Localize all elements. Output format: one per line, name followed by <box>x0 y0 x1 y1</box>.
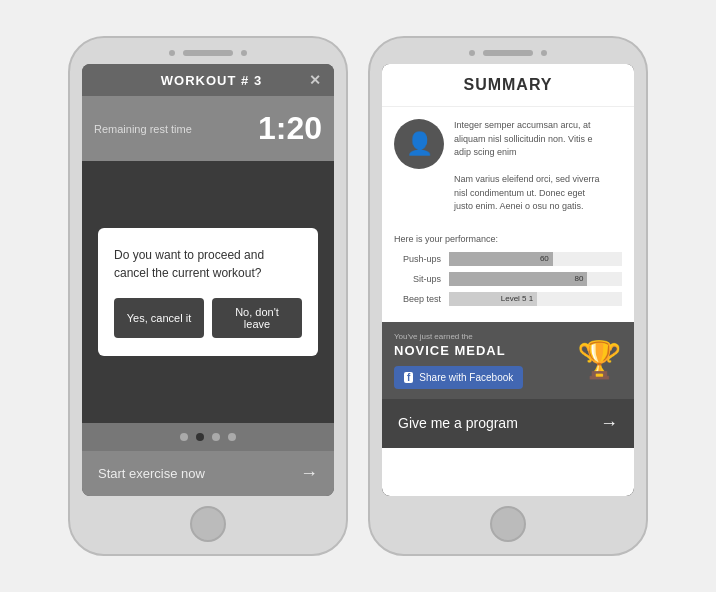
beeptest-value: Level 5 1 <box>501 294 533 303</box>
person-icon: 👤 <box>406 131 433 157</box>
left-dot-2 <box>241 50 247 56</box>
medal-section: You've just earned the NOVICE MEDAL f Sh… <box>382 322 634 399</box>
facebook-share-button[interactable]: f Share with Facebook <box>394 366 523 389</box>
left-screen: WORKOUT # 3 ✕ Remaining rest time 1:20 D… <box>82 64 334 496</box>
pushups-value: 60 <box>540 254 549 263</box>
right-pill <box>483 50 533 56</box>
situps-row: Sit-ups 80 <box>394 272 622 286</box>
profile-line1: Integer semper accumsan arcu, at <box>454 120 591 130</box>
give-program-label: Give me a program <box>398 415 518 431</box>
dot-4[interactable] <box>228 433 236 441</box>
dialog-buttons: Yes, cancel it No, don't leave <box>114 298 302 338</box>
right-dot-1 <box>469 50 475 56</box>
avatar: 👤 <box>394 119 444 169</box>
start-bar[interactable]: Start exercise now → <box>82 451 334 496</box>
right-screen: SUMMARY 👤 Integer semper accumsan arcu, … <box>382 64 634 496</box>
rest-label: Remaining rest time <box>94 123 192 135</box>
medal-left: You've just earned the NOVICE MEDAL f Sh… <box>394 332 577 389</box>
situps-bar: 80 <box>449 272 587 286</box>
profile-line2: aliquam nisl sollicitudin non. Vitis e <box>454 134 592 144</box>
right-dot-2 <box>541 50 547 56</box>
pushups-bar: 60 <box>449 252 553 266</box>
facebook-icon: f <box>404 372 413 383</box>
medal-earned-label: You've just earned the <box>394 332 577 341</box>
workout-header: WORKOUT # 3 ✕ <box>82 64 334 96</box>
trophy-icon: 🏆 <box>577 339 622 381</box>
left-dot-1 <box>169 50 175 56</box>
start-label: Start exercise now <box>98 466 205 481</box>
screens-wrapper: WORKOUT # 3 ✕ Remaining rest time 1:20 D… <box>48 16 668 576</box>
performance-label: Here is your performance: <box>394 234 622 244</box>
give-program-bar[interactable]: Give me a program → <box>382 399 634 448</box>
dot-2[interactable] <box>196 433 204 441</box>
dot-1[interactable] <box>180 433 188 441</box>
dialog-overlay: Do you want to proceed and cancel the cu… <box>82 161 334 423</box>
no-leave-button[interactable]: No, don't leave <box>212 298 302 338</box>
right-top-bar <box>382 50 634 56</box>
left-phone: WORKOUT # 3 ✕ Remaining rest time 1:20 D… <box>68 36 348 556</box>
give-program-arrow: → <box>600 413 618 434</box>
situps-bar-container: 80 <box>449 272 622 286</box>
pushups-row: Push-ups 60 <box>394 252 622 266</box>
performance-section: Here is your performance: Push-ups 60 Si… <box>382 226 634 320</box>
left-home-button[interactable] <box>190 506 226 542</box>
timer-value: 1:20 <box>258 110 322 147</box>
close-button[interactable]: ✕ <box>309 72 322 88</box>
facebook-btn-label: Share with Facebook <box>419 372 513 383</box>
profile-line5: nisl condimentum ut. Donec eget <box>454 188 585 198</box>
summary-screen: SUMMARY 👤 Integer semper accumsan arcu, … <box>382 64 634 496</box>
start-arrow: → <box>300 463 318 484</box>
profile-area: 👤 Integer semper accumsan arcu, at aliqu… <box>382 107 634 226</box>
dialog-box: Do you want to proceed and cancel the cu… <box>98 228 318 356</box>
situps-value: 80 <box>574 274 583 283</box>
page-dots <box>82 423 334 451</box>
left-top-bar <box>82 50 334 56</box>
profile-line3: adip scing enim <box>454 147 517 157</box>
profile-text: Integer semper accumsan arcu, at aliquam… <box>454 119 600 214</box>
summary-header: SUMMARY <box>382 64 634 107</box>
medal-title: NOVICE MEDAL <box>394 343 577 358</box>
timer-area: Remaining rest time 1:20 <box>82 96 334 161</box>
yes-cancel-button[interactable]: Yes, cancel it <box>114 298 204 338</box>
beeptest-bar: Level 5 1 <box>449 292 537 306</box>
beeptest-label: Beep test <box>394 294 449 304</box>
right-bottom-bar <box>382 506 634 542</box>
pushups-bar-container: 60 <box>449 252 622 266</box>
situps-label: Sit-ups <box>394 274 449 284</box>
dot-3[interactable] <box>212 433 220 441</box>
dialog-text: Do you want to proceed and cancel the cu… <box>114 246 302 282</box>
left-pill <box>183 50 233 56</box>
profile-line4: Nam varius eleifend orci, sed viverra <box>454 174 600 184</box>
pushups-label: Push-ups <box>394 254 449 264</box>
workout-content: Do you want to proceed and cancel the cu… <box>82 161 334 423</box>
beeptest-bar-container: Level 5 1 <box>449 292 622 306</box>
profile-line6: justo enim. Aenei o osu no gatis. <box>454 201 584 211</box>
right-home-button[interactable] <box>490 506 526 542</box>
beeptest-row: Beep test Level 5 1 <box>394 292 622 306</box>
right-phone: SUMMARY 👤 Integer semper accumsan arcu, … <box>368 36 648 556</box>
workout-title: WORKOUT # 3 <box>114 73 309 88</box>
left-bottom-bar <box>82 506 334 542</box>
